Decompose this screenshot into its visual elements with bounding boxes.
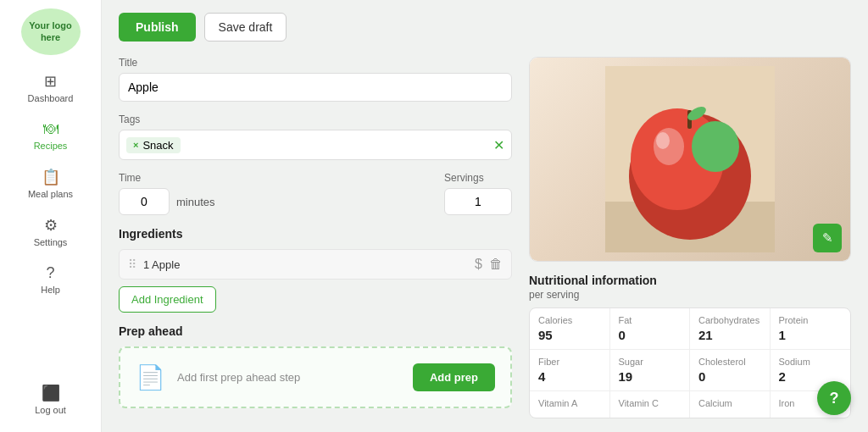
left-column: Title Tags × Snack ✕ Time — [119, 57, 512, 418]
ingredient-row: ⠿ 1 Apple $ 🗑 — [119, 249, 512, 280]
sidebar: Your logo here ⊞ Dashboard 🍽 Recipes 📋 M… — [0, 0, 102, 432]
nutrition-title: Nutritional information — [529, 274, 851, 287]
logo[interactable]: Your logo here — [21, 8, 81, 55]
sidebar-item-help[interactable]: ? Help — [5, 258, 96, 302]
time-input-row: minutes — [119, 188, 431, 215]
nutrition-value: 1 — [779, 328, 843, 342]
mealplans-icon: 📋 — [42, 168, 60, 186]
time-servings-row: Time minutes Servings — [119, 172, 512, 215]
sidebar-item-settings[interactable]: ⚙ Settings — [5, 209, 96, 254]
svg-point-6 — [656, 132, 670, 149]
nutrition-value: 4 — [538, 369, 601, 384]
servings-group: Servings — [444, 172, 512, 215]
help-fab-button[interactable]: ? — [817, 381, 851, 415]
save-draft-button[interactable]: Save draft — [204, 13, 287, 42]
recipes-icon: 🍽 — [43, 120, 58, 138]
publish-button[interactable]: Publish — [119, 13, 196, 42]
add-prep-button[interactable]: Add prep — [413, 363, 495, 391]
tags-section: Tags × Snack ✕ — [119, 114, 512, 160]
dashboard-icon: ⊞ — [44, 72, 57, 91]
nutrition-label: Carbohydrates — [698, 315, 761, 325]
nutrition-cell: Calcium — [690, 391, 771, 418]
help-icon: ? — [46, 264, 54, 282]
nutrition-cell: Calories 95 — [530, 308, 610, 349]
nutrition-label: Calcium — [698, 398, 761, 408]
settings-icon: ⚙ — [44, 216, 58, 235]
add-ingredient-button[interactable]: Add Ingredient — [119, 286, 216, 313]
sidebar-item-dashboard[interactable]: ⊞ Dashboard — [5, 65, 96, 110]
nutrition-table: Calories 95 Fat 0 Carbohydrates 21 Pro — [529, 307, 851, 418]
ingredient-name: 1 Apple — [143, 258, 468, 271]
prep-empty-text: Add first prep ahead step — [177, 371, 401, 384]
sidebar-item-label: Help — [41, 285, 60, 295]
title-input[interactable] — [119, 73, 512, 102]
sidebar-item-label: Settings — [34, 237, 68, 247]
edit-icon: ✎ — [822, 230, 833, 246]
nutrition-row: Vitamin A Vitamin C Calcium Iron — [530, 391, 850, 418]
nutrition-label: Vitamin C — [619, 398, 682, 408]
right-column: ✎ Nutritional information per serving Ca… — [529, 57, 851, 418]
servings-input[interactable] — [444, 188, 512, 215]
nutrition-cell: Protein 1 — [771, 308, 851, 349]
nutrition-row: Calories 95 Fat 0 Carbohydrates 21 Pro — [530, 308, 850, 350]
servings-label: Servings — [444, 172, 512, 184]
edit-image-button[interactable]: ✎ — [813, 224, 842, 252]
sidebar-item-label: Recipes — [34, 141, 68, 151]
nutrition-label: Fat — [619, 315, 682, 325]
nutrition-cell: Vitamin A — [530, 391, 610, 418]
sidebar-item-recipes[interactable]: 🍽 Recipes — [5, 114, 96, 158]
sidebar-item-label: Dashboard — [28, 93, 74, 103]
drag-handle-icon[interactable]: ⠿ — [128, 258, 136, 271]
nutrition-value: 0 — [698, 369, 761, 384]
title-section: Title — [119, 57, 512, 102]
nutrition-cell: Fat 0 — [610, 308, 691, 349]
nutrition-value: 95 — [538, 328, 601, 342]
per-serving-label: per serving — [529, 289, 851, 301]
tags-container[interactable]: × Snack ✕ — [119, 130, 512, 160]
nutrition-label: Sugar — [619, 357, 682, 367]
action-bar: Publish Save draft — [119, 13, 851, 42]
nutrition-value: 0 — [619, 328, 682, 342]
nutrition-row: Fiber 4 Sugar 19 Cholesterol 0 Sodium — [530, 350, 850, 391]
recipe-image-container: ✎ — [529, 57, 851, 262]
prep-icon: 📄 — [136, 363, 165, 391]
nutrition-value: 19 — [619, 369, 682, 384]
tags-label: Tags — [119, 114, 512, 125]
sidebar-item-mealplans[interactable]: 📋 Meal plans — [5, 161, 96, 206]
nutrition-section: Nutritional information per serving Calo… — [529, 274, 851, 418]
sidebar-item-label: Log out — [35, 405, 66, 415]
nutrition-label: Calories — [538, 315, 601, 325]
nutrition-cell: Fiber 4 — [530, 350, 610, 390]
nutrition-label: Cholesterol — [698, 357, 761, 367]
title-label: Title — [119, 57, 512, 69]
svg-point-4 — [692, 121, 739, 172]
nutrition-cell: Carbohydrates 21 — [690, 308, 771, 349]
prep-ahead-section: Prep ahead 📄 Add first prep ahead step A… — [119, 324, 512, 408]
nutrition-label: Sodium — [779, 357, 843, 367]
sidebar-item-label: Meal plans — [28, 189, 73, 199]
nutrition-cell: Cholesterol 0 — [690, 350, 771, 390]
tag-remove-icon[interactable]: × — [133, 140, 138, 150]
nutrition-label: Vitamin A — [538, 398, 601, 408]
sidebar-item-logout[interactable]: ⬛ Log out — [5, 377, 96, 422]
two-column-layout: Title Tags × Snack ✕ Time — [119, 57, 851, 418]
main-content: Publish Save draft Title Tags × Snack ✕ — [102, 0, 868, 432]
nutrition-value: 21 — [698, 328, 761, 342]
prep-ahead-title: Prep ahead — [119, 324, 512, 338]
time-input[interactable] — [119, 188, 170, 215]
ingredients-section: Ingredients ⠿ 1 Apple $ 🗑 Add Ingredient — [119, 227, 512, 313]
minutes-label: minutes — [176, 196, 215, 208]
apple-svg — [605, 66, 775, 252]
nutrition-label: Fiber — [538, 357, 601, 367]
recipe-image — [530, 58, 850, 261]
prep-ahead-box: 📄 Add first prep ahead step Add prep — [119, 346, 512, 408]
ingredient-price-icon[interactable]: $ — [475, 257, 482, 272]
ingredient-delete-icon[interactable]: 🗑 — [489, 257, 503, 272]
tags-add-icon[interactable]: ✕ — [493, 137, 504, 153]
nutrition-cell: Sugar 19 — [610, 350, 691, 390]
nutrition-label: Protein — [779, 315, 843, 325]
tag-chip: × Snack — [126, 137, 181, 153]
time-label: Time — [119, 172, 431, 184]
nutrition-cell: Vitamin C — [610, 391, 691, 418]
ingredients-title: Ingredients — [119, 227, 512, 241]
